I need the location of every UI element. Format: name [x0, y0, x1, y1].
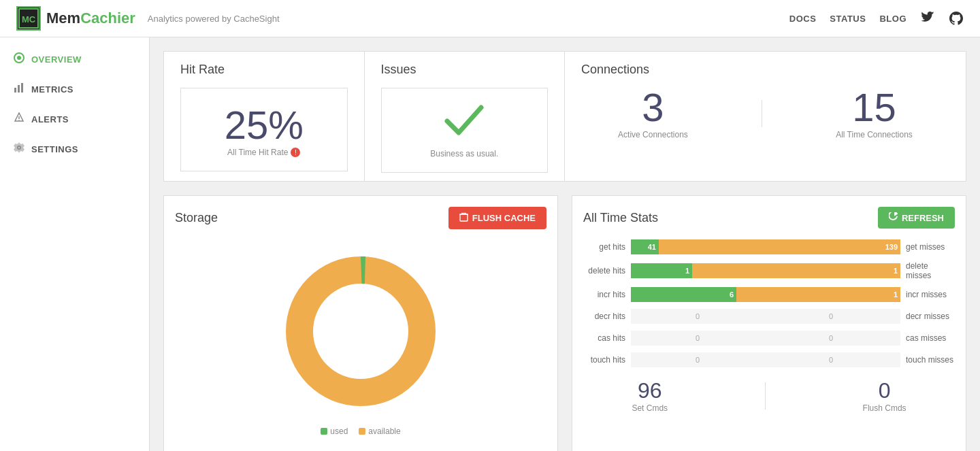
- sidebar-item-settings[interactable]: SETTINGS: [0, 134, 149, 164]
- trash-icon: [459, 212, 468, 224]
- sidebar-item-metrics[interactable]: METRICS: [0, 74, 149, 104]
- set-cmds-label: Set Cmds: [632, 403, 668, 413]
- svg-point-4: [17, 56, 21, 60]
- tagline: Analytics powered by CacheSight: [148, 14, 280, 24]
- donut-chart: used available: [175, 236, 546, 443]
- bar-yellow-2: 1: [736, 287, 900, 302]
- bar-row-2: incr hits 6 1 incr misses: [583, 287, 955, 302]
- available-legend-dot: [359, 428, 365, 435]
- flush-cmds-label: Flush Cmds: [863, 403, 906, 413]
- memory-stat: 34KB/28MB Memory Used / Total Memory: [238, 448, 336, 451]
- hit-rate-section: Hit Rate 25% All Time Hit Rate !: [164, 52, 365, 181]
- active-connections-label: Active Connections: [618, 130, 688, 139]
- issues-title: Issues: [381, 63, 549, 77]
- bar-misses-label: touch misses: [900, 355, 955, 365]
- nav-docs[interactable]: DOCS: [789, 14, 817, 24]
- bar-row-5: touch hits 0 0 touch misses: [583, 352, 955, 367]
- sidebar-settings-label: SETTINGS: [31, 144, 78, 154]
- bar-zero-left-4: 0: [631, 331, 764, 346]
- alltime-connections: 15 All Time Connections: [836, 88, 913, 139]
- logo: MC MemCachier Analytics powered by Cache…: [16, 6, 280, 31]
- sidebar: OVERVIEW METRICS ALERTS SETTINGS: [0, 37, 150, 451]
- connections-divider: [762, 100, 762, 127]
- refresh-button[interactable]: REFRESH: [878, 207, 955, 229]
- flush-cache-button[interactable]: FLUSH CACHE: [448, 207, 546, 229]
- memory-value: 34KB/28MB: [238, 448, 336, 451]
- flush-cmds-stat: 0 Flush Cmds: [863, 378, 906, 413]
- hit-rate-label: All Time Hit Rate !: [227, 148, 300, 157]
- bar-misses-label: incr misses: [900, 290, 955, 299]
- bar-area-0: 41 139: [631, 239, 900, 254]
- main-content: Hit Rate 25% All Time Hit Rate ! Issues: [150, 37, 980, 451]
- active-connections-value: 3: [618, 88, 688, 127]
- alltime-connections-label: All Time Connections: [836, 130, 913, 139]
- bar-hits-label: decr hits: [583, 312, 631, 321]
- bar-yellow-1: 1: [692, 263, 900, 278]
- set-cmds-value: 96: [632, 378, 668, 403]
- bar-hits-label: cas hits: [583, 333, 631, 343]
- sidebar-alerts-label: ALERTS: [31, 114, 69, 124]
- bar-green-2: 6: [631, 287, 736, 302]
- sidebar-item-alerts[interactable]: ALERTS: [0, 104, 149, 134]
- connections-stats: 3 Active Connections 15 All Time Connect…: [581, 88, 949, 139]
- top-nav: DOCS STATUS BLOG: [789, 11, 964, 26]
- used-legend-dot: [321, 428, 327, 435]
- metrics-icon: [14, 82, 24, 96]
- nav-status[interactable]: STATUS: [830, 14, 866, 24]
- refresh-icon: [889, 212, 898, 223]
- bar-area-3: 0 0: [631, 309, 900, 324]
- bar-row-3: decr hits 0 0 decr misses: [583, 309, 955, 324]
- bar-zero-left-3: 0: [631, 309, 764, 324]
- logo-chip: MC: [16, 6, 41, 31]
- bar-zero-right-3: 0: [764, 309, 900, 324]
- sidebar-item-overview[interactable]: OVERVIEW: [0, 44, 149, 74]
- donut-svg: [272, 243, 449, 420]
- storage-title: Storage: [175, 211, 218, 225]
- bottom-row: Storage FLUSH CACHE: [163, 195, 966, 451]
- bar-yellow-0: 139: [659, 239, 900, 254]
- logo-text: MemCachier: [46, 10, 135, 27]
- hit-rate-title: Hit Rate: [180, 63, 348, 77]
- active-connections: 3 Active Connections: [618, 88, 688, 139]
- flush-cache-label: FLUSH CACHE: [472, 213, 536, 223]
- top-stats-row: Hit Rate 25% All Time Hit Rate ! Issues: [163, 51, 966, 182]
- bar-zero-left-5: 0: [631, 352, 764, 367]
- bar-misses-label: delete misses: [900, 261, 955, 280]
- all-time-stats-panel: All Time Stats REFRESH get hits 41 139 g…: [572, 195, 966, 451]
- bar-row-0: get hits 41 139 get misses: [583, 239, 955, 254]
- nav-blog[interactable]: BLOG: [879, 14, 906, 24]
- sidebar-overview-label: OVERVIEW: [31, 54, 82, 65]
- bar-area-5: 0 0: [631, 352, 900, 367]
- bar-chart: get hits 41 139 get misses delete hits 1…: [583, 239, 955, 367]
- svg-text:MC: MC: [22, 14, 36, 24]
- bar-hits-label: incr hits: [583, 290, 631, 299]
- bar-row-1: delete hits 1 1 delete misses: [583, 261, 955, 280]
- refresh-label: REFRESH: [902, 213, 944, 223]
- used-legend-label: used: [330, 427, 348, 436]
- storage-footer: 34KB/28MB Memory Used / Total Memory 60 …: [175, 448, 546, 451]
- layout: OVERVIEW METRICS ALERTS SETTINGS H: [0, 0, 980, 451]
- hit-rate-info-icon[interactable]: !: [291, 148, 300, 157]
- alltime-connections-value: 15: [836, 88, 913, 127]
- bar-hits-label: get hits: [583, 242, 631, 252]
- bar-misses-label: get misses: [900, 242, 955, 252]
- flush-cmds-value: 0: [863, 378, 906, 403]
- alerts-icon: [14, 112, 24, 126]
- all-time-stats-header: All Time Stats REFRESH: [583, 207, 955, 229]
- hit-rate-value: 25%: [225, 102, 304, 148]
- svg-rect-7: [21, 83, 23, 93]
- svg-point-16: [313, 284, 408, 379]
- twitter-icon[interactable]: [920, 11, 935, 26]
- issues-box: Business as usual.: [381, 88, 549, 173]
- issues-label: Business as usual.: [430, 149, 498, 158]
- issues-check-icon: [444, 102, 485, 145]
- overview-icon: [14, 52, 24, 66]
- github-icon[interactable]: [949, 11, 964, 26]
- sidebar-metrics-label: METRICS: [31, 84, 74, 95]
- items-stat: 60 Items: [463, 448, 483, 451]
- all-time-stats-title: All Time Stats: [583, 211, 658, 225]
- connections-title: Connections: [581, 63, 949, 77]
- storage-header: Storage FLUSH CACHE: [175, 207, 546, 229]
- items-value: 60: [463, 448, 483, 451]
- bar-misses-label: decr misses: [900, 312, 955, 321]
